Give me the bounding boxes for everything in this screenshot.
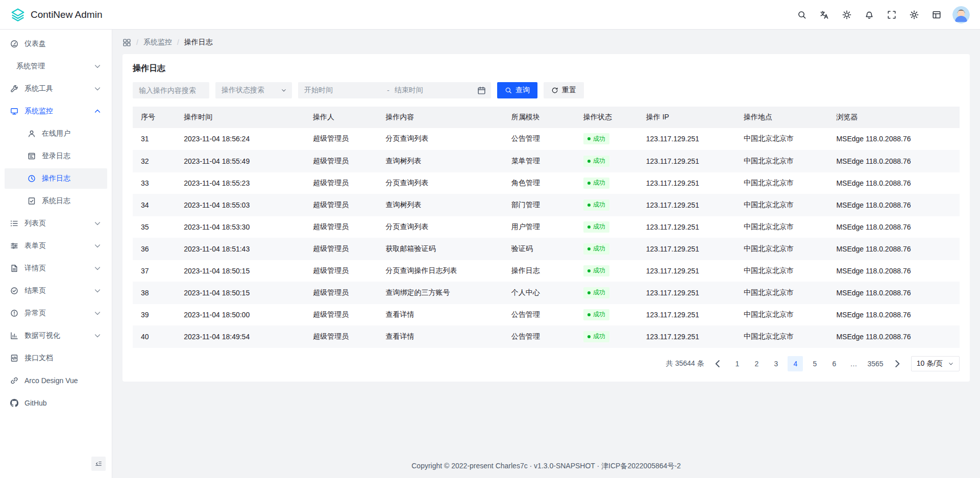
- status-dot-icon: [587, 335, 591, 338]
- cell-location: 中国北京北京市: [736, 304, 828, 325]
- status-badge: 成功: [583, 178, 609, 189]
- pagination-page-4[interactable]: 4: [788, 356, 803, 371]
- pagination: 共 35644 条 123456…3565 10 条/页: [133, 356, 960, 371]
- sidebar-item-detail-pages[interactable]: 详情页: [5, 258, 107, 279]
- status-badge: 成功: [583, 309, 609, 320]
- cell-status: 成功: [575, 172, 638, 194]
- sidebar-item-operation-log[interactable]: 操作日志: [5, 168, 107, 189]
- table-row: 372023-11-04 18:50:15超级管理员分页查询操作日志列表操作日志…: [133, 260, 960, 282]
- pagination-page-6[interactable]: 6: [826, 356, 842, 371]
- pagination-page-3[interactable]: 3: [768, 356, 783, 371]
- pagination-page-2[interactable]: 2: [749, 356, 764, 371]
- pagination-ellipsis[interactable]: …: [846, 356, 861, 371]
- cell-seq: 35: [133, 216, 176, 238]
- sidebar-item-dashboard[interactable]: 仪表盘: [5, 34, 107, 54]
- cell-time: 2023-11-04 18:55:23: [176, 172, 305, 194]
- cell-seq: 40: [133, 325, 176, 347]
- breadcrumb-separator: /: [177, 38, 179, 46]
- page-title: 操作日志: [133, 63, 960, 74]
- collapse-sidebar-button[interactable]: [91, 457, 106, 471]
- table-row: 352023-11-04 18:53:30超级管理员分页查询列表用户管理成功12…: [133, 216, 960, 238]
- cell-operator: 超级管理员: [305, 282, 378, 304]
- sidebar-item-github[interactable]: GitHub: [5, 393, 107, 413]
- avatar[interactable]: [952, 6, 970, 23]
- sidebar-item-login-log[interactable]: 登录日志: [5, 146, 107, 166]
- copyright-text: Copyright © 2022-present Charles7c · v1.…: [411, 462, 681, 470]
- pagination-page-1[interactable]: 1: [729, 356, 745, 371]
- sidebar-item-data-visualization[interactable]: 数据可视化: [5, 325, 107, 346]
- layout-button[interactable]: [928, 6, 945, 23]
- cell-location: 中国北京北京市: [736, 238, 828, 260]
- status-badge: 成功: [583, 331, 609, 342]
- table-row: 322023-11-04 18:55:49超级管理员查询树列表菜单管理成功123…: [133, 150, 960, 172]
- breadcrumb: / 系统监控 / 操作日志: [122, 38, 970, 47]
- reset-button[interactable]: 重置: [544, 82, 584, 98]
- sidebar-item-system-monitor[interactable]: 系统监控: [5, 101, 107, 121]
- operation-log-table: 序号操作时间操作人操作内容所属模块操作状态操作 IP操作地点浏览器 312023…: [133, 107, 960, 348]
- sidebar-item-list-pages[interactable]: 列表页: [5, 213, 107, 234]
- cell-module: 操作日志: [503, 260, 575, 282]
- operation-status-select[interactable]: 操作状态搜索: [215, 82, 292, 98]
- chevron-up-icon: [93, 107, 102, 115]
- column-header: 浏览器: [828, 107, 960, 128]
- pagination-page-5[interactable]: 5: [807, 356, 822, 371]
- column-header: 操作内容: [378, 107, 503, 128]
- sidebar-item-label: 系统管理: [16, 62, 87, 71]
- calendar-icon: [477, 86, 486, 95]
- translate-button[interactable]: [816, 6, 833, 23]
- sidebar-item-result-pages[interactable]: 结果页: [5, 281, 107, 301]
- cell-browser: MSEdge 118.0.2088.76: [828, 194, 960, 216]
- sidebar-item-system-tools[interactable]: 系统工具: [5, 79, 107, 99]
- sidebar-item-form-pages[interactable]: 表单页: [5, 236, 107, 256]
- sidebar-item-label: 详情页: [24, 264, 87, 273]
- pagination-prev-button[interactable]: [710, 356, 725, 371]
- chevron-down-icon: [93, 287, 102, 295]
- pagination-page-3565[interactable]: 3565: [865, 356, 885, 371]
- pagination-next-button[interactable]: [890, 356, 905, 371]
- chevron-down-icon: [93, 219, 102, 228]
- sidebar-item-system-management[interactable]: 系统管理: [5, 56, 107, 77]
- cell-seq: 36: [133, 238, 176, 260]
- sidebar-item-arco-design-vue[interactable]: Arco Design Vue: [5, 370, 107, 391]
- sidebar-item-label: 结果页: [24, 286, 87, 295]
- file-check-icon: [28, 197, 36, 205]
- cell-time: 2023-11-04 18:53:30: [176, 216, 305, 238]
- table-row: 342023-11-04 18:55:03超级管理员查询树列表部门管理成功123…: [133, 194, 960, 216]
- breadcrumb-item-system-monitor[interactable]: 系统监控: [143, 38, 172, 47]
- cell-operator: 超级管理员: [305, 304, 378, 325]
- fullscreen-icon: [887, 10, 896, 19]
- page-size-select[interactable]: 10 条/页: [911, 356, 960, 371]
- refresh-icon: [551, 87, 558, 94]
- apps-icon[interactable]: [122, 38, 131, 47]
- cell-content: 分页查询操作日志列表: [378, 260, 503, 282]
- file-text-icon: [10, 264, 18, 272]
- sidebar-item-exception-pages[interactable]: 异常页: [5, 303, 107, 323]
- end-date-field[interactable]: 结束时间: [395, 86, 472, 95]
- start-date-field[interactable]: 开始时间: [304, 86, 382, 95]
- login-log-icon: [28, 152, 36, 160]
- notification-icon: [865, 10, 874, 19]
- search-button[interactable]: [793, 6, 811, 23]
- notifications-button[interactable]: [861, 6, 878, 23]
- table-row: 362023-11-04 18:51:43超级管理员获取邮箱验证码验证码成功12…: [133, 238, 960, 260]
- theme-toggle-button[interactable]: [838, 6, 855, 23]
- cell-content: 查看详情: [378, 304, 503, 325]
- settings-button[interactable]: [905, 6, 923, 23]
- sidebar-item-system-log[interactable]: 系统日志: [5, 191, 107, 211]
- sidebar-item-api-docs[interactable]: 接口文档: [5, 348, 107, 368]
- sidebar-item-online-users[interactable]: 在线用户: [5, 123, 107, 144]
- fullscreen-button[interactable]: [883, 6, 900, 23]
- translate-icon: [820, 10, 829, 19]
- cell-ip: 123.117.129.251: [638, 172, 736, 194]
- operation-content-search-input[interactable]: [133, 82, 209, 98]
- cell-operator: 超级管理员: [305, 238, 378, 260]
- cell-browser: MSEdge 118.0.2088.76: [828, 238, 960, 260]
- date-range-picker[interactable]: 开始时间 - 结束时间: [298, 82, 491, 98]
- bar-chart-icon: [10, 332, 18, 340]
- app-logo[interactable]: ContiNew Admin: [10, 7, 102, 22]
- reset-button-label: 重置: [562, 86, 576, 95]
- cell-location: 中国北京北京市: [736, 216, 828, 238]
- cell-ip: 123.117.129.251: [638, 304, 736, 325]
- search-button[interactable]: 查询: [497, 82, 537, 98]
- status-dot-icon: [587, 182, 591, 185]
